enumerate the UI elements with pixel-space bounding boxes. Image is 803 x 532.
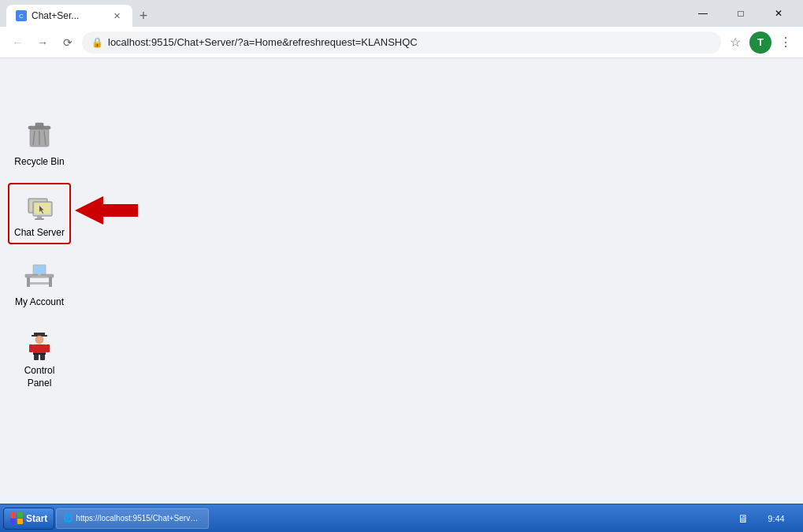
- svg-rect-11: [37, 216, 42, 218]
- active-tab[interactable]: C Chat+Ser... ✕: [6, 5, 132, 27]
- recycle-bin-image: [20, 117, 58, 154]
- red-arrow-indicator: [75, 196, 138, 228]
- menu-button[interactable]: ⋮: [775, 32, 797, 54]
- svg-marker-13: [75, 196, 138, 225]
- start-icon: [10, 512, 23, 525]
- control-panel-image: [20, 326, 58, 363]
- tab-bar: C Chat+Ser... ✕ +: [6, 0, 682, 27]
- recycle-bin-icon[interactable]: Recycle Bin: [8, 113, 71, 172]
- svg-rect-28: [34, 354, 39, 360]
- my-account-label: My Account: [15, 296, 64, 309]
- taskbar-item-label: https://localhost:9515/Chat+Server/?a=Ho…: [76, 514, 202, 523]
- bookmark-button[interactable]: ☆: [724, 32, 746, 54]
- my-account-image: [20, 257, 58, 295]
- chat-server-image: [20, 188, 58, 225]
- taskbar-browser-item[interactable]: 🌐 https://localhost:9515/Chat+Server/?a=…: [56, 508, 209, 529]
- time-display: 9:44: [768, 514, 784, 523]
- monitor-icon: 🖥: [735, 511, 751, 526]
- svg-rect-16: [49, 277, 52, 287]
- svg-rect-21: [32, 276, 47, 277]
- svg-rect-12: [35, 218, 44, 220]
- control-panel-icon[interactable]: Control Panel: [8, 322, 71, 392]
- page-content: Recycle Bin Chat Server: [0, 58, 803, 504]
- url-bar[interactable]: 🔒 localhost:9515/Chat+Server/?a=Home&ref…: [82, 32, 721, 54]
- browser-window: C Chat+Ser... ✕ + — □ ✕ ← → ⟳ 🔒 localhos…: [0, 0, 803, 532]
- url-text: localhost:9515/Chat+Server/?a=Home&refre…: [108, 36, 712, 48]
- svg-rect-20: [38, 274, 41, 276]
- tab-close-button[interactable]: ✕: [110, 9, 123, 22]
- new-tab-button[interactable]: +: [132, 5, 154, 27]
- start-button[interactable]: Start: [3, 508, 54, 530]
- svg-rect-22: [34, 333, 45, 335]
- close-button[interactable]: ✕: [760, 0, 797, 27]
- maximize-button[interactable]: □: [723, 0, 759, 27]
- svg-rect-1: [35, 123, 43, 127]
- back-button[interactable]: ←: [6, 32, 28, 54]
- svg-rect-30: [33, 353, 46, 355]
- taskbar: Start 🌐 https://localhost:9515/Chat+Serv…: [0, 504, 803, 532]
- start-label: Start: [26, 513, 47, 524]
- reload-button[interactable]: ⟳: [57, 32, 79, 54]
- title-bar: C Chat+Ser... ✕ + — □ ✕: [0, 0, 803, 27]
- taskbar-item-favicon: 🌐: [63, 514, 72, 523]
- svg-rect-19: [34, 266, 45, 273]
- svg-rect-17: [30, 282, 49, 285]
- minimize-button[interactable]: —: [685, 0, 721, 27]
- svg-rect-27: [46, 344, 50, 352]
- system-clock: 9:44: [753, 514, 800, 523]
- my-account-icon[interactable]: My Account: [8, 254, 71, 312]
- lock-icon: 🔒: [91, 37, 103, 48]
- window-controls: — □ ✕: [685, 0, 797, 27]
- tab-title: Chat+Ser...: [32, 10, 106, 21]
- svg-rect-25: [33, 344, 46, 354]
- profile-button[interactable]: T: [749, 32, 771, 54]
- svg-point-24: [35, 336, 43, 344]
- address-bar: ← → ⟳ 🔒 localhost:9515/Chat+Server/?a=Ho…: [0, 27, 803, 58]
- forward-button[interactable]: →: [32, 32, 54, 54]
- svg-rect-15: [27, 277, 30, 287]
- svg-rect-26: [29, 344, 33, 352]
- chat-server-icon[interactable]: Chat Server: [8, 183, 71, 244]
- control-panel-label: Control Panel: [24, 365, 55, 389]
- chat-server-label: Chat Server: [14, 227, 65, 240]
- tab-favicon: C: [16, 10, 27, 21]
- recycle-bin-label: Recycle Bin: [14, 156, 64, 169]
- svg-rect-29: [40, 354, 45, 360]
